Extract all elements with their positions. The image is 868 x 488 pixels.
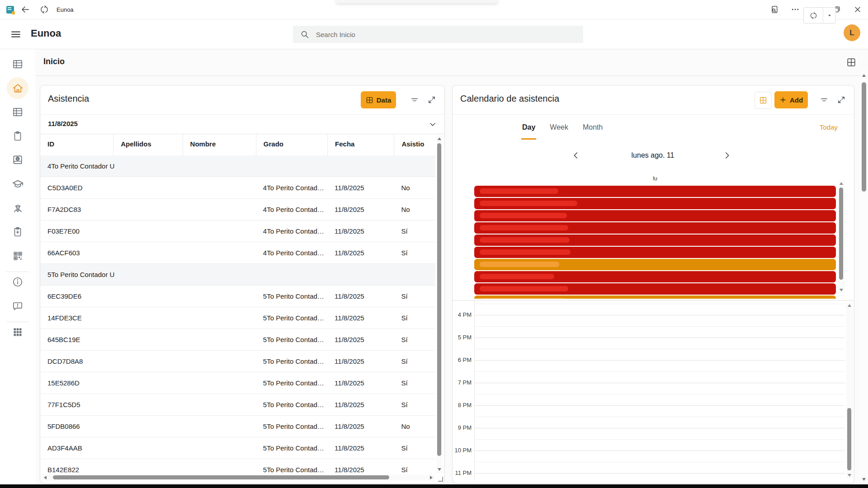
- all-day-event[interactable]: [474, 296, 836, 299]
- expand-button[interactable]: [837, 95, 846, 104]
- sidebar-item-education[interactable]: [0, 173, 35, 195]
- search-input[interactable]: [315, 30, 552, 39]
- sidebar-item-directory[interactable]: [0, 149, 35, 171]
- table-row[interactable]: AD3F4AAB5To Perito Contad…11/8/2025Sí: [40, 437, 435, 459]
- scroll-up-arrow[interactable]: [438, 137, 441, 140]
- sidebar-item-tables-1[interactable]: [0, 53, 35, 75]
- sidebar-item-feedback[interactable]: [0, 295, 35, 317]
- all-day-scrollbar[interactable]: [838, 180, 845, 293]
- page-scrollbar[interactable]: [860, 70, 868, 484]
- column-header-fecha[interactable]: Fecha: [327, 134, 394, 155]
- cell-id: B142E822: [40, 466, 113, 473]
- nav-menu-button[interactable]: [8, 27, 24, 42]
- sidebar-item-home[interactable]: [0, 77, 35, 99]
- table-row[interactable]: C5D3A0ED4To Perito Contad…11/8/2025No: [40, 177, 435, 199]
- filter-button[interactable]: [410, 95, 419, 104]
- date-group-bar[interactable]: 11/8/2025: [40, 114, 444, 134]
- group-header-row[interactable]: 4To Perito Contador U: [40, 155, 435, 177]
- tab-day[interactable]: Day: [521, 120, 536, 140]
- resize-corner[interactable]: [438, 477, 443, 482]
- all-day-event[interactable]: [474, 222, 836, 234]
- table-row[interactable]: 645BC19E5To Perito Contad…11/8/2025Sí: [40, 329, 435, 351]
- table-horizontal-scrollbar[interactable]: [42, 474, 434, 481]
- scrollbar-thumb[interactable]: [847, 408, 851, 470]
- scroll-down-arrow[interactable]: [438, 468, 441, 471]
- view-layout-button[interactable]: [846, 57, 856, 67]
- scroll-down-arrow[interactable]: [862, 478, 866, 481]
- refresh-button[interactable]: [37, 2, 52, 17]
- sidebar-item-students[interactable]: [0, 197, 35, 219]
- sidebar-item-tables-2[interactable]: [0, 101, 35, 123]
- column-header-grado[interactable]: Grado: [256, 134, 327, 155]
- sidebar-item-records[interactable]: [0, 125, 35, 147]
- calendar-card: Calendario de asistencia Add DayWeekMont…: [452, 85, 854, 483]
- today-button[interactable]: Today: [820, 123, 838, 131]
- page-bar: Inicio: [35, 49, 868, 76]
- sidebar-item-about[interactable]: [0, 271, 35, 293]
- table-row[interactable]: 15E5286D5To Perito Contad…11/8/2025Sí: [40, 372, 435, 394]
- all-day-event[interactable]: [474, 271, 836, 282]
- close-icon: [853, 5, 862, 14]
- sync-button[interactable]: [804, 8, 823, 23]
- table-vertical-scrollbar[interactable]: [436, 135, 443, 473]
- scroll-up-arrow[interactable]: [862, 74, 866, 77]
- table-row[interactable]: 14FDE3CE5To Perito Contad…11/8/2025Sí: [40, 307, 435, 329]
- avatar[interactable]: L: [844, 24, 860, 41]
- search-box[interactable]: [293, 26, 583, 43]
- table-icon: [12, 106, 24, 118]
- prev-day-button[interactable]: [571, 150, 582, 161]
- find-on-page-button[interactable]: [764, 0, 785, 19]
- all-day-event[interactable]: [474, 210, 836, 221]
- expand-button[interactable]: [427, 95, 436, 104]
- cell-fecha: 11/8/2025: [327, 336, 394, 343]
- scroll-down-arrow[interactable]: [840, 289, 843, 291]
- calendar-scrollbar[interactable]: [846, 302, 853, 479]
- table-row[interactable]: 66ACF6034To Perito Contad…11/8/2025Sí: [40, 242, 435, 264]
- all-day-event[interactable]: [474, 235, 836, 246]
- collapse-group-button[interactable]: [428, 120, 437, 129]
- column-header-id[interactable]: ID: [40, 134, 113, 155]
- all-day-event[interactable]: [474, 186, 836, 197]
- scrollbar-thumb[interactable]: [839, 188, 843, 280]
- sidebar-item-qr-scan[interactable]: [0, 245, 35, 267]
- tab-week[interactable]: Week: [549, 120, 569, 140]
- close-button[interactable]: [847, 0, 868, 19]
- sync-dropdown-button[interactable]: [823, 8, 835, 23]
- table-row[interactable]: B142E8225To Perito Contad…11/8/2025Sí: [40, 459, 435, 473]
- cell-fecha: 11/8/2025: [327, 206, 394, 213]
- sidebar-item-new-record[interactable]: [0, 221, 35, 243]
- scroll-down-arrow[interactable]: [848, 474, 851, 477]
- add-button[interactable]: Add: [774, 91, 808, 108]
- scrollbar-thumb[interactable]: [437, 143, 441, 456]
- all-day-event[interactable]: [474, 247, 836, 258]
- scroll-right-arrow[interactable]: [430, 476, 433, 479]
- scroll-up-arrow[interactable]: [848, 304, 851, 307]
- all-day-event[interactable]: [474, 283, 836, 295]
- data-button[interactable]: Data: [361, 91, 396, 108]
- column-header-apellidos[interactable]: Apellidos: [113, 134, 182, 155]
- back-button[interactable]: [18, 2, 33, 17]
- table-row[interactable]: F7A2DC834To Perito Contad…11/8/2025No: [40, 199, 435, 221]
- table-row[interactable]: DCD7D8A85To Perito Contad…11/8/2025Sí: [40, 351, 435, 372]
- column-header-asistio[interactable]: Asistio: [394, 134, 435, 155]
- all-day-event[interactable]: [474, 198, 836, 209]
- table-row[interactable]: 6EC39DE65To Perito Contad…11/8/2025Sí: [40, 286, 435, 307]
- sidebar-item-apps[interactable]: [0, 321, 35, 343]
- calendar-view-button[interactable]: [755, 92, 772, 109]
- scrollbar-thumb[interactable]: [53, 475, 389, 479]
- filter-button[interactable]: [820, 95, 829, 104]
- hour-line: [475, 338, 845, 338]
- more-options-button[interactable]: [785, 0, 806, 19]
- table-row[interactable]: 5FDB08665To Perito Contad…11/8/2025No: [40, 416, 435, 437]
- group-header-row[interactable]: 5To Perito Contador U: [40, 264, 435, 286]
- tab-month[interactable]: Month: [582, 120, 604, 140]
- all-day-event[interactable]: [474, 259, 836, 270]
- scroll-up-arrow[interactable]: [840, 182, 843, 185]
- table-row[interactable]: F03E7E004To Perito Contad…11/8/2025Sí: [40, 221, 435, 242]
- scroll-left-arrow[interactable]: [44, 476, 47, 479]
- next-day-button[interactable]: [722, 150, 733, 161]
- column-header-nombre[interactable]: Nombre: [183, 134, 256, 155]
- scrollbar-thumb[interactable]: [862, 82, 866, 192]
- table-row[interactable]: 77F1C5D55To Perito Contad…11/8/2025Sí: [40, 394, 435, 416]
- expand-icon: [837, 95, 846, 104]
